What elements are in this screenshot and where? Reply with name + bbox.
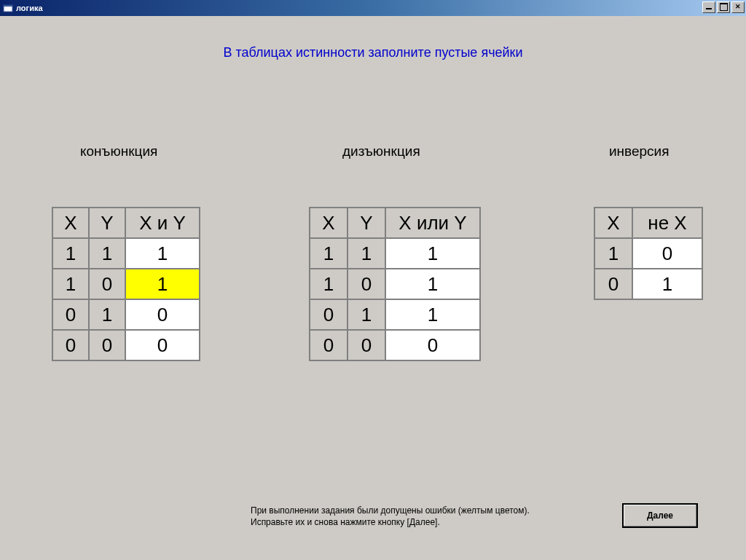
table-row: 010: [52, 299, 200, 330]
next-button-label: Далее: [647, 510, 673, 521]
th-x: X: [310, 208, 348, 238]
instruction-text: В таблицах истинности заполните пустые я…: [3, 45, 743, 60]
svg-rect-1: [4, 5, 12, 7]
cell-y: 0: [348, 330, 385, 360]
cell-result[interactable]: 1: [632, 269, 702, 299]
cell-y: 0: [89, 269, 125, 299]
disjunction-label: дизъюнкция: [342, 143, 420, 159]
table-row: 000: [52, 330, 200, 360]
cell-y: 1: [348, 238, 385, 269]
cell-x: 1: [52, 269, 89, 299]
cell-x: 0: [310, 330, 348, 360]
maximize-button[interactable]: [717, 1, 730, 13]
cell-x: 1: [310, 269, 348, 299]
table-row: 000: [310, 330, 480, 360]
cell-result[interactable]: 1: [385, 269, 480, 299]
app-window: логика В таблицах истинности заполните п…: [0, 0, 746, 560]
inversion-table: X не X 1001: [594, 207, 703, 300]
close-button[interactable]: [731, 1, 745, 13]
th-result: X и Y: [125, 208, 200, 238]
table-row: 10: [594, 238, 702, 269]
minimize-button[interactable]: [702, 1, 715, 13]
table-row: 111: [52, 238, 200, 269]
cell-x: 1: [594, 238, 632, 269]
cell-y: 1: [89, 299, 125, 330]
table-row: 101: [52, 269, 200, 299]
cell-result[interactable]: 1: [125, 269, 200, 299]
cell-x: 1: [310, 238, 348, 269]
hint-text: При выполнении задания были допущены оши…: [251, 505, 530, 528]
table-row: 011: [310, 299, 480, 330]
client-area: В таблицах истинности заполните пустые я…: [3, 16, 743, 557]
titlebar[interactable]: логика: [0, 0, 746, 16]
cell-x: 0: [52, 330, 89, 360]
cell-result[interactable]: 0: [125, 299, 200, 330]
cell-result[interactable]: 1: [385, 299, 480, 330]
table-row: 101: [310, 269, 480, 299]
cell-y: 0: [348, 269, 385, 299]
cell-result[interactable]: 0: [632, 238, 702, 269]
cell-y: 1: [348, 299, 385, 330]
th-y: Y: [89, 208, 125, 238]
th-y: Y: [348, 208, 385, 238]
app-icon: [3, 3, 13, 13]
th-x: X: [52, 208, 89, 238]
cell-y: 1: [89, 238, 125, 269]
cell-x: 1: [52, 238, 89, 269]
cell-result[interactable]: 0: [125, 330, 200, 360]
hint-line2: Исправьте их и снова нажмите кнопку [Дал…: [251, 517, 440, 527]
th-result: не X: [632, 208, 702, 238]
cell-result[interactable]: 1: [385, 238, 480, 269]
cell-result[interactable]: 0: [385, 330, 480, 360]
hint-line1: При выполнении задания были допущены оши…: [251, 505, 530, 516]
cell-result[interactable]: 1: [125, 238, 200, 269]
table-row: 01: [594, 269, 702, 299]
th-x: X: [594, 208, 632, 238]
cell-x: 0: [52, 299, 89, 330]
cell-y: 0: [89, 330, 125, 360]
window-controls: [702, 1, 745, 13]
inversion-label: инверсия: [609, 143, 670, 159]
cell-x: 0: [594, 269, 632, 299]
next-button[interactable]: Далее: [622, 503, 698, 528]
window-title: логика: [16, 4, 43, 12]
cell-x: 0: [310, 299, 348, 330]
disjunction-table: X Y X или Y 111101011000: [309, 207, 481, 361]
table-row: 111: [310, 238, 480, 269]
conjunction-label: конъюнкция: [80, 143, 157, 159]
th-result: X или Y: [385, 208, 480, 238]
conjunction-table: X Y X и Y 111101010000: [52, 207, 200, 361]
